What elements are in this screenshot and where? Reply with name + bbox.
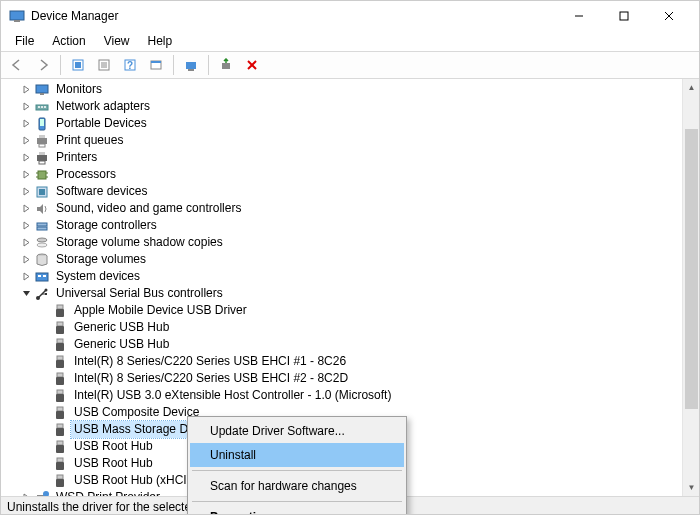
svg-rect-71 bbox=[57, 458, 63, 462]
collapse-icon[interactable] bbox=[19, 287, 33, 301]
help-button[interactable]: ? bbox=[118, 53, 142, 77]
wsd-icon bbox=[34, 490, 50, 497]
maximize-button[interactable] bbox=[601, 1, 646, 31]
expand-icon[interactable] bbox=[19, 168, 33, 182]
printer2-icon bbox=[34, 150, 50, 166]
svg-rect-66 bbox=[56, 411, 64, 419]
svg-rect-1 bbox=[14, 20, 20, 22]
svg-rect-42 bbox=[37, 223, 47, 226]
context-update-driver[interactable]: Update Driver Software... bbox=[190, 419, 404, 443]
usb-dev-icon bbox=[52, 405, 68, 421]
update-driver-button[interactable] bbox=[179, 53, 203, 77]
tree-node-label: Universal Serial Bus controllers bbox=[53, 285, 226, 302]
back-button[interactable] bbox=[5, 53, 29, 77]
category-node[interactable]: Storage volume shadow copies bbox=[17, 234, 682, 251]
expand-icon[interactable] bbox=[19, 270, 33, 284]
tree-node-label: USB Root Hub bbox=[71, 455, 156, 472]
expand-icon[interactable] bbox=[19, 117, 33, 131]
category-node[interactable]: Processors bbox=[17, 166, 682, 183]
portable-icon bbox=[34, 116, 50, 132]
expand-icon[interactable] bbox=[19, 219, 33, 233]
minimize-button[interactable] bbox=[556, 1, 601, 31]
svg-rect-64 bbox=[56, 394, 64, 402]
category-node[interactable]: Printers bbox=[17, 149, 682, 166]
tree-node-label: Processors bbox=[53, 166, 119, 183]
expand-icon[interactable] bbox=[19, 491, 33, 497]
network-icon bbox=[34, 99, 50, 115]
device-node[interactable]: Apple Mobile Device USB Driver bbox=[35, 302, 682, 319]
scroll-thumb[interactable] bbox=[685, 129, 698, 409]
device-node[interactable]: Intel(R) 8 Series/C220 Series USB EHCI #… bbox=[35, 370, 682, 387]
device-node[interactable]: Generic USB Hub bbox=[35, 336, 682, 353]
tree-node-label: Sound, video and game controllers bbox=[53, 200, 244, 217]
expand-icon[interactable] bbox=[19, 100, 33, 114]
tree-node-label: Intel(R) 8 Series/C220 Series USB EHCI #… bbox=[71, 370, 351, 387]
usb-dev-icon bbox=[52, 354, 68, 370]
close-button[interactable] bbox=[646, 1, 691, 31]
svg-point-44 bbox=[37, 238, 47, 242]
separator bbox=[173, 55, 174, 75]
scan-hardware-button[interactable] bbox=[214, 53, 238, 77]
svg-rect-48 bbox=[38, 275, 41, 277]
svg-rect-58 bbox=[56, 343, 64, 351]
scroll-up-button[interactable]: ▲ bbox=[683, 79, 700, 96]
svg-rect-31 bbox=[39, 144, 45, 147]
expand-icon[interactable] bbox=[19, 236, 33, 250]
category-node[interactable]: Network adapters bbox=[17, 98, 682, 115]
category-node[interactable]: System devices bbox=[17, 268, 682, 285]
svg-rect-32 bbox=[37, 155, 47, 161]
menu-file[interactable]: File bbox=[7, 32, 42, 50]
svg-rect-49 bbox=[43, 275, 46, 277]
expand-icon[interactable] bbox=[19, 151, 33, 165]
category-node[interactable]: Storage controllers bbox=[17, 217, 682, 234]
app-icon bbox=[9, 8, 25, 24]
svg-rect-70 bbox=[56, 445, 64, 453]
category-node-usb[interactable]: Universal Serial Bus controllers bbox=[17, 285, 682, 302]
expand-icon[interactable] bbox=[19, 83, 33, 97]
category-node[interactable]: Portable Devices bbox=[17, 115, 682, 132]
svg-point-24 bbox=[38, 106, 40, 108]
menu-action[interactable]: Action bbox=[44, 32, 93, 50]
software-icon bbox=[34, 184, 50, 200]
sound-icon bbox=[34, 201, 50, 217]
expand-icon[interactable] bbox=[19, 134, 33, 148]
expand-icon[interactable] bbox=[19, 185, 33, 199]
svg-rect-21 bbox=[36, 85, 48, 93]
device-node[interactable]: Intel(R) 8 Series/C220 Series USB EHCI #… bbox=[35, 353, 682, 370]
forward-button[interactable] bbox=[31, 53, 55, 77]
tree-node-label: Monitors bbox=[53, 81, 105, 98]
svg-rect-0 bbox=[10, 11, 24, 20]
separator bbox=[60, 55, 61, 75]
svg-rect-56 bbox=[56, 326, 64, 334]
menu-help[interactable]: Help bbox=[140, 32, 181, 50]
scroll-down-button[interactable]: ▼ bbox=[683, 479, 700, 496]
context-scan-hardware[interactable]: Scan for hardware changes bbox=[190, 474, 404, 498]
properties-button[interactable] bbox=[92, 53, 116, 77]
category-node[interactable]: Sound, video and game controllers bbox=[17, 200, 682, 217]
category-node[interactable]: Software devices bbox=[17, 183, 682, 200]
tree-node-label: Portable Devices bbox=[53, 115, 150, 132]
category-node[interactable]: Print queues bbox=[17, 132, 682, 149]
svg-rect-41 bbox=[39, 189, 45, 195]
device-node[interactable]: Intel(R) USB 3.0 eXtensible Host Control… bbox=[35, 387, 682, 404]
svg-rect-68 bbox=[56, 428, 64, 436]
expand-icon[interactable] bbox=[19, 202, 33, 216]
show-hidden-button[interactable] bbox=[66, 53, 90, 77]
svg-rect-60 bbox=[56, 360, 64, 368]
tree-node-label: USB Root Hub bbox=[71, 438, 156, 455]
uninstall-button[interactable] bbox=[240, 53, 264, 77]
vertical-scrollbar[interactable]: ▲ ▼ bbox=[682, 79, 699, 496]
volume-icon bbox=[34, 252, 50, 268]
tree-node-label: USB Composite Device bbox=[71, 404, 202, 421]
menu-view[interactable]: View bbox=[96, 32, 138, 50]
device-node[interactable]: Generic USB Hub bbox=[35, 319, 682, 336]
view-button[interactable] bbox=[144, 53, 168, 77]
context-uninstall[interactable]: Uninstall bbox=[190, 443, 404, 467]
category-node[interactable]: Storage volumes bbox=[17, 251, 682, 268]
svg-rect-67 bbox=[57, 424, 63, 428]
expand-icon[interactable] bbox=[19, 253, 33, 267]
svg-text:?: ? bbox=[127, 60, 133, 71]
category-node[interactable]: Monitors bbox=[17, 81, 682, 98]
svg-rect-33 bbox=[39, 152, 45, 155]
context-properties[interactable]: Properties bbox=[190, 505, 404, 515]
